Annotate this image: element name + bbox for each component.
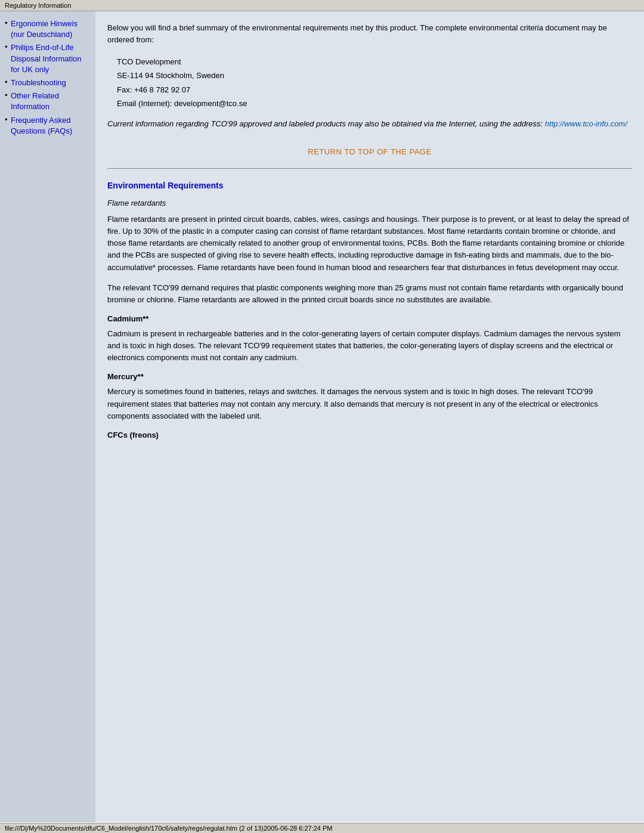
sidebar-item-faq[interactable]: Frequently Asked Questions (FAQs) [5,115,91,137]
address-line4: Email (Internet): development@tco.se [117,97,632,110]
sidebar-item-ergonomie[interactable]: Ergonomie Hinweis (nur Deutschland) [5,18,91,40]
sidebar-item-troubleshooting[interactable]: Troubleshooting [5,78,91,88]
title-bar: Regulatory Information [0,0,644,11]
sidebar-link-ergonomie[interactable]: Ergonomie Hinweis (nur Deutschland) [11,19,78,39]
cadmium-title: Cadmium** [107,314,632,323]
return-link-container: RETURN TO TOP OF THE PAGE [107,147,632,156]
cadmium-text: Cadmium is present in rechargeable batte… [107,328,632,364]
sidebar-link-troubleshooting[interactable]: Troubleshooting [11,78,66,87]
flame-retardants-paragraph1: Flame retardants are present in printed … [107,213,632,274]
content-area: Below you will find a brief summary of t… [95,11,644,822]
section-divider [107,168,632,169]
tco-info-link[interactable]: http://www.tco-info.com/ [545,119,627,128]
sidebar: Ergonomie Hinweis (nur Deutschland) Phil… [0,11,95,822]
sidebar-nav-list: Ergonomie Hinweis (nur Deutschland) Phil… [5,18,91,137]
sidebar-link-faq[interactable]: Frequently Asked Questions (FAQs) [11,116,72,135]
flame-retardants-paragraph2: The relevant TCO'99 demand requires that… [107,282,632,306]
flame-retardants-subtitle: Flame retardants [107,199,632,208]
return-to-top-link[interactable]: RETURN TO TOP OF THE PAGE [308,147,431,156]
title-bar-label: Regulatory Information [5,2,71,9]
address-line3: Fax: +46 8 782 92 07 [117,83,632,97]
italic-note-text: Current information regarding TCO'99 app… [107,119,545,128]
address-line1: TCO Development [117,55,632,69]
mercury-text: Mercury is sometimes found in batteries,… [107,386,632,422]
italic-note: Current information regarding TCO'99 app… [107,118,632,130]
address-block: TCO Development SE-114 94 Stockholm, Swe… [117,55,632,111]
sidebar-item-philips[interactable]: Philips End-of-Life Disposal Information… [5,42,91,75]
sidebar-link-other-related[interactable]: Other Related Information [11,91,59,111]
sidebar-item-other-related[interactable]: Other Related Information [5,91,91,112]
main-layout: Ergonomie Hinweis (nur Deutschland) Phil… [0,11,644,822]
mercury-title: Mercury** [107,372,632,381]
intro-paragraph: Below you will find a brief summary of t… [107,22,632,45]
environmental-requirements-title: Environmental Requirements [107,181,632,190]
cfcs-title: CFCs (freons) [107,431,632,439]
address-line2: SE-114 94 Stockholm, Sweden [117,69,632,82]
sidebar-link-philips[interactable]: Philips End-of-Life Disposal Information… [11,43,82,73]
